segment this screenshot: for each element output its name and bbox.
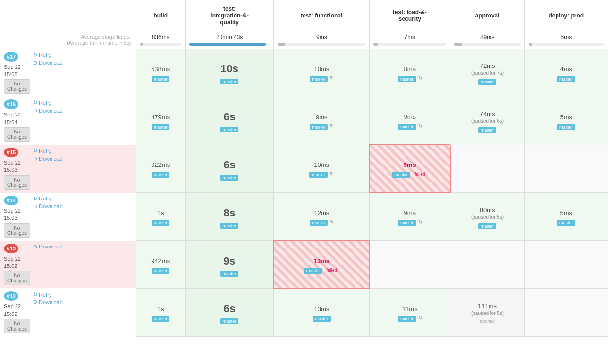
master-badge-#16-2: master — [310, 124, 328, 130]
stage-#16-4: 74ms(paused for 6s)master — [450, 97, 524, 145]
badge-row-#17-1: master — [188, 77, 271, 84]
run-datetime-#14: Sep 2215:03 — [4, 207, 30, 222]
retry-link-#14[interactable]: ↻ Retry — [33, 196, 63, 202]
stage-time-#16-1: 6s — [188, 111, 271, 123]
stage-#15-0: 922msmaster — [136, 145, 185, 193]
badge-row-#16-2: master↻ — [277, 122, 366, 130]
retry-icon: ↻ — [33, 148, 37, 154]
header-left-empty — [0, 0, 136, 31]
no-changes-btn-#14[interactable]: NoChanges — [4, 223, 30, 238]
stage-#14-3: 9msmaster↻ — [370, 193, 450, 241]
stage-#13-0: 942msmaster — [136, 241, 185, 289]
avg-approval-time: 89ms — [480, 34, 494, 41]
badge-row-#15-0: master — [139, 170, 182, 178]
avg-deploy-time: 5ms — [561, 34, 572, 41]
badge-row-#17-4: master — [453, 77, 521, 85]
stage-#13-4 — [450, 241, 524, 289]
left-actions-#16: ↻ Retry⊙ Download — [33, 99, 63, 114]
stage-#17-1: 10smaster — [185, 49, 274, 97]
header-test-integration: test:integration-&-quality — [185, 0, 274, 31]
header-row: build test:integration-&-quality test: f… — [0, 0, 608, 31]
header-deploy-prod: deploy: prod — [524, 0, 608, 31]
download-link-#12[interactable]: ⊙ Download — [33, 299, 63, 305]
download-icon: ⊙ — [33, 244, 37, 250]
run-left-#16: #16 Sep 2215:04 NoChanges ↻ Retry⊙ Downl… — [0, 97, 136, 145]
download-link-#14[interactable]: ⊙ Download — [33, 203, 63, 210]
download-link-#15[interactable]: ⊙ Download — [33, 155, 63, 162]
retry-link-#12[interactable]: ↻ Retry — [33, 291, 63, 298]
avg-deploy: 5ms — [524, 31, 608, 49]
paused-note-#17-4: (paused for 7s) — [453, 70, 521, 76]
header-build: build — [136, 0, 185, 31]
download-link-#17[interactable]: ⊙ Download — [33, 60, 63, 66]
master-badge-#16-1: master — [220, 127, 239, 132]
badge-row-#15-1: master — [188, 173, 271, 181]
stage-time-#17-1: 10s — [188, 63, 271, 75]
no-changes-btn-#15[interactable]: NoChanges — [4, 175, 30, 190]
run-number-#14: #14 — [4, 196, 18, 205]
stage-#16-3: 9msmaster↻ — [370, 97, 450, 145]
stage-time-#17-0: 538ms — [139, 66, 182, 73]
retry-link-#15[interactable]: ↻ Retry — [33, 148, 63, 154]
master-badge-#17-4: master — [478, 79, 497, 85]
stage-time-#14-5: 5ms — [528, 209, 605, 216]
master-badge-#14-2: master — [310, 220, 328, 226]
no-changes-btn-#16[interactable]: NoChanges — [4, 127, 30, 142]
badge-row-#12-4: aborted — [453, 317, 521, 324]
stage-#16-5: 5msmaster — [524, 97, 608, 145]
stage-#12-4: 111ms(paused for 5s)aborted — [450, 288, 524, 336]
download-icon: ⊙ — [33, 155, 37, 162]
stage-#14-0: 1smaster — [136, 193, 185, 241]
badge-row-#12-0: master — [139, 314, 182, 322]
stage-#13-5 — [524, 241, 608, 289]
master-badge-#17-0: master — [152, 76, 170, 82]
stage-time-#17-3: 8ms — [372, 66, 447, 73]
retry-icon: ↻ — [33, 99, 37, 106]
stage-time-#17-4: 72ms — [453, 62, 521, 69]
stage-time-#15-3: 9ms — [373, 161, 447, 168]
stage-time-#15-0: 922ms — [139, 161, 182, 168]
left-content-#15: #15 Sep 2215:03 NoChanges ↻ Retry⊙ Downl… — [4, 148, 132, 190]
retry-link-#17[interactable]: ↻ Retry — [33, 52, 63, 58]
download-link-#16[interactable]: ⊙ Download — [33, 107, 63, 114]
retry-link-#16[interactable]: ↻ Retry — [33, 99, 63, 106]
avg-functional-time: 9ms — [316, 34, 327, 41]
run-number-#16: #16 — [4, 99, 18, 109]
badge-row-#13-1: master — [188, 269, 270, 277]
badge-row-#14-4: master — [453, 221, 521, 229]
paused-note-#16-4: (paused for 6s) — [453, 118, 521, 124]
stage-#15-1: 6smaster — [185, 145, 274, 193]
no-changes-btn-#13[interactable]: NoChanges — [4, 271, 30, 285]
stage-time-#17-5: 4ms — [528, 66, 605, 73]
master-badge-#14-1: master — [220, 223, 239, 229]
avg-functional: 9ms — [274, 31, 370, 49]
no-changes-btn-#17[interactable]: NoChanges — [4, 79, 30, 94]
stage-time-#16-5: 5ms — [528, 114, 605, 121]
download-icon: ⊙ — [33, 107, 37, 114]
retry-icon-stage-#16-2: ↻ — [330, 123, 334, 129]
left-meta-#14: #14 Sep 2215:03 NoChanges — [4, 196, 30, 238]
no-changes-btn-#12[interactable]: NoChanges — [4, 319, 30, 333]
badge-row-#16-5: master — [528, 122, 605, 130]
stage-#14-1: 8smaster — [185, 193, 274, 241]
avg-load: 7ms — [370, 31, 450, 49]
badge-row-#17-2: master↻ — [277, 74, 366, 82]
stage-time-#12-3: 11ms — [372, 305, 447, 313]
stage-#17-3: 8msmaster↻ — [370, 49, 450, 97]
stage-#17-0: 538msmaster — [136, 49, 185, 97]
stage-time-#16-4: 74ms — [453, 110, 521, 117]
badge-row-#14-3: master↻ — [372, 218, 447, 226]
badge-row-#13-0: master — [139, 266, 182, 274]
run-header-#12: #12 — [4, 291, 30, 301]
avg-load-progress — [373, 43, 446, 46]
badge-row-#17-5: master — [528, 74, 605, 82]
stage-time-#12-4: 111ms — [453, 302, 521, 310]
left-meta-#15: #15 Sep 2215:03 NoChanges — [4, 148, 30, 190]
left-actions-#15: ↻ Retry⊙ Download — [33, 148, 63, 162]
retry-icon: ↻ — [33, 52, 37, 58]
master-badge-#17-5: master — [557, 76, 575, 82]
download-link-#13[interactable]: ⊙ Download — [33, 244, 63, 250]
badge-row-#17-0: master — [139, 74, 182, 82]
avg-functional-progress — [278, 43, 365, 46]
run-number-#13: #13 — [4, 244, 18, 253]
